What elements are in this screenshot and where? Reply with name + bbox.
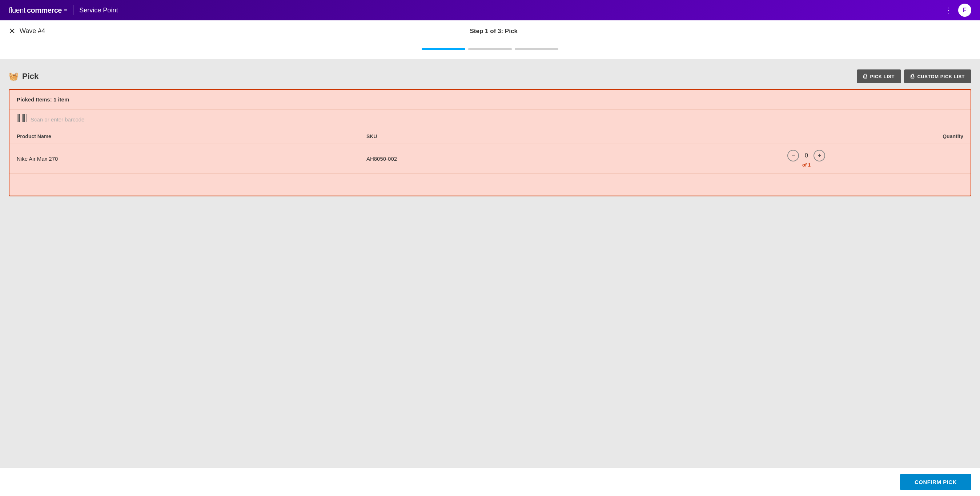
progress-step-1 (422, 48, 465, 50)
empty-row (10, 174, 970, 196)
pick-table: Product Name SKU Quantity Nike Air Max 2… (10, 129, 970, 196)
product-name-cell: Nike Air Max 270 (10, 144, 359, 174)
col-header-product-name: Product Name (10, 129, 359, 144)
quantity-row: − 0 + (788, 150, 825, 161)
basket-icon: 🧺 (9, 72, 19, 81)
svg-rect-8 (27, 114, 27, 122)
svg-rect-0 (17, 114, 18, 122)
pick-buttons: PICK LIST CUSTOM PICK LIST (857, 69, 971, 83)
svg-rect-2 (19, 114, 20, 122)
close-button[interactable]: ✕ (9, 27, 15, 36)
main-content: 🧺 Pick PICK LIST CUSTOM PICK LIST Picked… (0, 59, 980, 490)
svg-rect-1 (18, 114, 19, 122)
svg-rect-3 (21, 114, 21, 122)
quantity-control: − 0 + of 1 (649, 150, 963, 167)
progress-steps (422, 48, 558, 50)
svg-rect-6 (24, 114, 25, 122)
sku-cell: AH8050-002 (359, 144, 642, 174)
logo: fluentcommerce= (9, 6, 67, 14)
progress-section (0, 42, 980, 59)
step-info: Step 1 of 3: Pick (470, 28, 518, 35)
logo-fluent-text: fluent (9, 6, 25, 14)
quantity-cell: − 0 + of 1 (642, 144, 970, 174)
pick-list-button[interactable]: PICK LIST (857, 69, 901, 83)
quantity-increment-button[interactable]: + (813, 150, 825, 161)
pick-card: Picked Items: 1 item (9, 89, 971, 196)
logo-commerce-text: commerce (27, 6, 62, 14)
barcode-input[interactable] (30, 116, 963, 123)
progress-step-2 (468, 48, 512, 50)
col-header-sku: SKU (359, 129, 642, 144)
avatar[interactable]: F (958, 4, 971, 17)
quantity-decrement-button[interactable]: − (788, 150, 799, 161)
wave-title: Wave #4 (20, 27, 45, 35)
table-header-row: Product Name SKU Quantity (10, 129, 970, 144)
print-icon-1 (863, 73, 867, 80)
header-left: fluentcommerce= Service Point (9, 5, 118, 15)
header-right: ⋮ F (945, 4, 971, 17)
barcode-icon (17, 114, 27, 124)
pick-title-text: Pick (22, 72, 38, 81)
svg-rect-7 (26, 114, 26, 122)
pick-title: 🧺 Pick (9, 72, 38, 81)
sub-header-left: ✕ Wave #4 (9, 27, 45, 36)
progress-step-3 (515, 48, 558, 50)
custom-pick-list-button[interactable]: CUSTOM PICK LIST (904, 69, 971, 83)
svg-rect-4 (22, 114, 22, 122)
quantity-of-label: of 1 (802, 162, 811, 167)
app-header: fluentcommerce= Service Point ⋮ F (0, 0, 980, 20)
confirm-pick-button[interactable]: CONFIRM PICK (900, 474, 971, 490)
picked-items-header: Picked Items: 1 item (10, 90, 970, 110)
picked-items-label: Picked Items: 1 item (17, 96, 69, 102)
print-icon-2 (911, 73, 915, 80)
barcode-row (10, 110, 970, 129)
quantity-value: 0 (799, 152, 813, 159)
custom-pick-list-label: CUSTOM PICK LIST (917, 74, 965, 79)
pick-header: 🧺 Pick PICK LIST CUSTOM PICK LIST (9, 69, 971, 83)
footer: CONFIRM PICK (0, 467, 980, 496)
header-divider (73, 5, 73, 15)
empty-cell (10, 174, 970, 196)
pick-list-label: PICK LIST (870, 74, 894, 79)
table-row: Nike Air Max 270 AH8050-002 − 0 + of 1 (10, 144, 970, 174)
col-header-quantity: Quantity (642, 129, 970, 144)
logo-arrow-icon: = (64, 7, 67, 13)
menu-icon[interactable]: ⋮ (945, 6, 952, 14)
sub-header: ✕ Wave #4 Step 1 of 3: Pick (0, 20, 980, 42)
service-point-label: Service Point (79, 6, 118, 14)
svg-rect-5 (23, 114, 24, 122)
